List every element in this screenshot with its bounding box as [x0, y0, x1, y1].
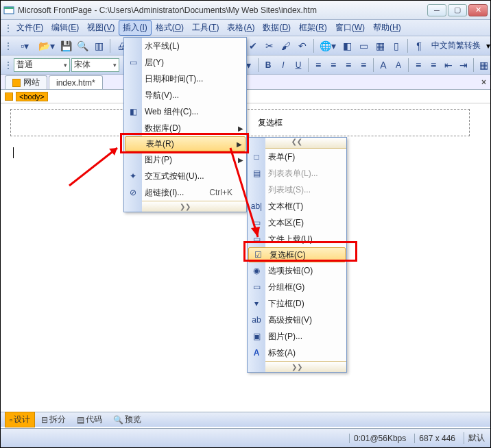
status-speed: 0:01@56Kbps [349, 434, 406, 443]
interactive-icon: ✦ [128, 171, 139, 182]
menu-item-picture[interactable]: 图片(P)▶ [124, 151, 246, 168]
underline-button[interactable]: U [291, 58, 305, 72]
open-button[interactable]: 📂▾ [37, 39, 56, 53]
layer-icon: ▭ [128, 57, 139, 68]
italic-button[interactable]: I [276, 58, 290, 72]
menu-file[interactable]: 文件(F) [12, 20, 47, 36]
font-dec-button[interactable]: A [392, 58, 405, 72]
submenu-label[interactable]: A标签(A) [248, 345, 346, 361]
menu-edit[interactable]: 编辑(E) [47, 20, 83, 36]
submenu-form[interactable]: □表单(F) [248, 149, 346, 165]
view-design[interactable]: ▫设计 [5, 412, 35, 427]
tag-icon [5, 92, 13, 101]
submenu-listfield: 列表域(S)... [248, 182, 346, 198]
outdent-button[interactable]: ⇤ [442, 58, 455, 72]
groupbox-icon: ▭ [251, 282, 262, 293]
submenu-image[interactable]: ▣图片(P)... [248, 328, 346, 345]
save-button[interactable]: 💾 [59, 39, 73, 53]
table-button[interactable]: ▦ [373, 39, 387, 53]
numbered-list-button[interactable]: ≡ [411, 58, 425, 72]
menu-window[interactable]: 窗口(W) [331, 20, 369, 36]
view-code[interactable]: ▤代码 [72, 412, 107, 427]
textbox-icon: ab| [251, 201, 262, 212]
cut-button[interactable]: ✂ [263, 39, 276, 53]
chevron-up-icon: ❯❯ [291, 139, 302, 147]
bullet-list-button[interactable]: ≡ [427, 58, 440, 72]
submenu-textbox[interactable]: ab|文本框(T) [248, 198, 346, 214]
border-button[interactable]: ▦ [477, 58, 490, 72]
font-inc-button[interactable]: A [376, 58, 390, 72]
menu-view[interactable]: 视图(V) [83, 20, 119, 36]
search-button[interactable]: 🔍 [75, 39, 89, 53]
minimize-button[interactable]: ─ [427, 4, 446, 16]
menu-format[interactable]: 格式(O) [152, 20, 188, 36]
submenu-dropdown[interactable]: ▾下拉框(D) [248, 295, 346, 312]
menu-item-webcomp[interactable]: ◧Web 组件(C)... [124, 103, 246, 120]
align-left-button[interactable]: ≡ [311, 58, 325, 72]
justify-button[interactable]: ≡ [357, 58, 370, 72]
submenu-checkbox[interactable]: ☑复选框(C) [248, 247, 346, 262]
maximize-button[interactable]: ▢ [448, 4, 467, 16]
new-button[interactable]: ▫▾ [15, 39, 34, 53]
align-right-button[interactable]: ≡ [342, 58, 355, 72]
toolbar-grip-icon: ⋮ [6, 40, 10, 52]
submenu-textarea[interactable]: ▭文本区(E) [248, 214, 346, 231]
status-bar: 0:01@56Kbps 687 x 446 默认 [1, 428, 490, 447]
spell-button[interactable]: ✔ [246, 39, 260, 53]
indent-button[interactable]: ⇥ [457, 58, 470, 72]
submenu-advbutton[interactable]: ab高级按钮(V) [248, 312, 346, 328]
align-center-button[interactable]: ≡ [326, 58, 340, 72]
web-button[interactable]: 🌐▾ [318, 39, 337, 53]
menu-item-nav[interactable]: 导航(V)... [124, 87, 246, 103]
publish-button[interactable]: ▥ [92, 39, 106, 53]
image-icon: ▣ [251, 331, 262, 342]
submenu-arrow-icon: ▶ [237, 140, 242, 148]
menu-item-interactive-btn[interactable]: ✦交互式按钮(U)... [124, 168, 246, 184]
layer-button[interactable]: ▭ [357, 39, 370, 53]
status-mode: 默认 [464, 432, 485, 444]
submenu-radio[interactable]: ◉选项按钮(O) [248, 262, 346, 279]
cn-convert-button[interactable]: 中文简繁转换 [429, 40, 483, 51]
menu-help[interactable]: 帮助(H) [369, 20, 405, 36]
heading-text: 复选框 [258, 117, 283, 129]
menu-data[interactable]: 数据(D) [259, 20, 295, 36]
tab-site[interactable]: 网站 [5, 75, 47, 89]
menu-item-datetime[interactable]: 日期和时间(T)... [124, 71, 246, 87]
menu-bar: ⋮ 文件(F) 编辑(E) 视图(V) 插入(I) 格式(O) 工具(T) 表格… [1, 20, 490, 36]
app-icon [3, 5, 14, 16]
menu-table[interactable]: 表格(A) [223, 20, 259, 36]
menu-item-database[interactable]: 数据库(D)▶ [124, 120, 246, 136]
dropdown-icon: ▾ [251, 298, 262, 309]
close-button[interactable]: ✕ [468, 4, 488, 16]
tab-file[interactable]: index.htm* [49, 75, 103, 89]
menu-item-layer[interactable]: ▭层(Y) [124, 54, 246, 71]
tab-close-button[interactable]: × [481, 77, 486, 87]
menu-item-hyperlink[interactable]: ⊘超链接(I)...Ctrl+K [124, 184, 246, 201]
label-icon: A [251, 347, 262, 358]
status-size: 687 x 446 [414, 434, 455, 443]
site-icon [12, 79, 21, 87]
textarea-icon: ▭ [251, 217, 262, 228]
text-cursor [13, 147, 14, 158]
menu-item-hline[interactable]: 水平线(L) [124, 38, 246, 54]
body-tag[interactable]: <body> [16, 92, 48, 101]
view-split[interactable]: ⊟拆分 [36, 412, 71, 427]
menu-tools[interactable]: 工具(T) [188, 20, 223, 36]
component-button[interactable]: ◧ [340, 39, 354, 53]
style-combo[interactable]: 普通▾ [14, 58, 70, 72]
show-button[interactable]: ¶ [412, 39, 426, 53]
menu-insert[interactable]: 插入(I) [119, 20, 151, 36]
menu-frame[interactable]: 框架(R) [295, 20, 331, 36]
view-preview[interactable]: 🔍预览 [108, 412, 146, 427]
format-brush-button[interactable]: 🖌 [279, 39, 293, 53]
submenu-arrow-icon: ▶ [238, 125, 243, 132]
layout-button[interactable]: ▯ [390, 39, 403, 53]
font-combo[interactable]: 宋体▾ [71, 58, 119, 72]
chevron-down-icon: ❯❯ [291, 363, 302, 371]
menu-item-form[interactable]: 表单(R)▶ [125, 136, 246, 151]
bold-button[interactable]: B [261, 58, 275, 72]
submenu-groupbox[interactable]: ▭分组框(G) [248, 279, 346, 295]
undo-button[interactable]: ↶ [296, 39, 309, 53]
submenu-fileupload[interactable]: ▭文件上载(U) [248, 231, 346, 247]
menu-expand[interactable]: ❯❯ [124, 201, 246, 212]
